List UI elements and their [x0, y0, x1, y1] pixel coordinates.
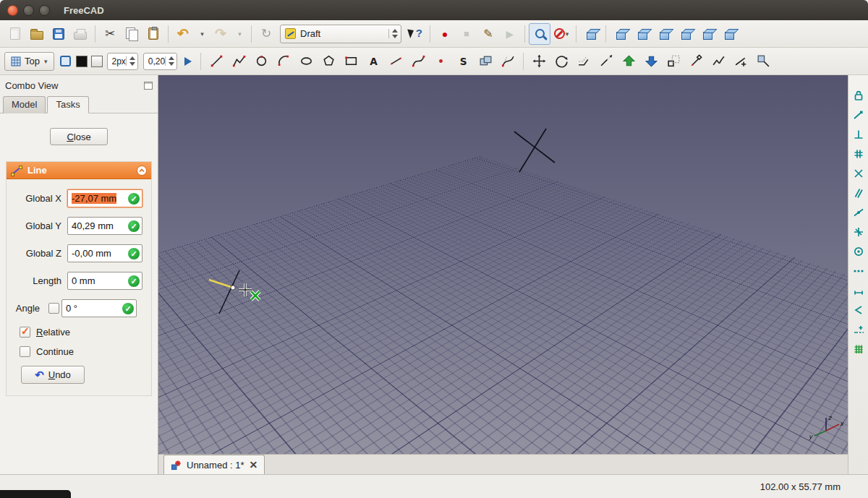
- draw-style-button[interactable]: ▾: [550, 23, 572, 45]
- spin-up-icon[interactable]: [169, 56, 174, 60]
- snap-grid-button[interactable]: [850, 145, 867, 162]
- snap-endpoint-button[interactable]: [850, 106, 867, 123]
- undo-segment-button[interactable]: ↶ Undo: [21, 366, 85, 384]
- print-button[interactable]: [69, 23, 91, 45]
- view-rear-button[interactable]: [675, 23, 697, 45]
- tab-model[interactable]: Model: [3, 96, 46, 113]
- close-document-icon[interactable]: ✕: [250, 459, 258, 471]
- view-top-button[interactable]: [631, 23, 653, 45]
- construction-mode-button[interactable]: [58, 51, 74, 72]
- global-x-input[interactable]: -27,07 mm ✓: [67, 189, 142, 207]
- document-tab[interactable]: Unnamed : 1* ✕: [163, 455, 265, 474]
- draft-rotate-button[interactable]: [550, 51, 572, 72]
- snap-near-button[interactable]: [850, 204, 867, 220]
- spin-down-icon[interactable]: [169, 62, 174, 66]
- refresh-button[interactable]: ↻: [255, 23, 277, 45]
- draft-line-button[interactable]: [205, 51, 227, 72]
- window-close-button[interactable]: [7, 5, 18, 16]
- draft-point-button[interactable]: [430, 51, 451, 72]
- workbench-selector[interactable]: Draft: [280, 25, 401, 43]
- redo-button[interactable]: ↷: [210, 23, 231, 45]
- snap-ortho-button[interactable]: [850, 223, 867, 240]
- draft-polygon-button[interactable]: [318, 51, 339, 72]
- new-document-button[interactable]: [4, 23, 26, 45]
- spin-up-icon[interactable]: [129, 56, 135, 60]
- snap-perpendicular-button[interactable]: [850, 126, 867, 142]
- snap-extension-button[interactable]: [850, 321, 867, 338]
- draft-circle-button[interactable]: [250, 51, 272, 72]
- draft-dimension-button[interactable]: [385, 51, 407, 72]
- snap-dimensions-button[interactable]: [850, 282, 867, 299]
- window-minimize-button[interactable]: [23, 5, 34, 16]
- whats-this-button[interactable]: ?: [404, 23, 426, 45]
- view-front-button[interactable]: [610, 23, 631, 45]
- copy-button[interactable]: [121, 23, 142, 45]
- continue-checkbox[interactable]: [20, 346, 30, 357]
- draft-shapestring-button[interactable]: S: [452, 51, 474, 72]
- paste-button[interactable]: [142, 23, 164, 45]
- text-scale-spinbox[interactable]: 0,20: [143, 53, 177, 70]
- redo-dropdown-button[interactable]: ▾: [231, 23, 247, 45]
- angle-input[interactable]: 0 ° ✓: [61, 299, 137, 317]
- fit-all-button[interactable]: [529, 23, 550, 45]
- draft-ellipse-button[interactable]: [295, 51, 317, 72]
- snap-intersection-button[interactable]: [850, 165, 867, 181]
- collapse-section-icon[interactable]: [136, 165, 148, 176]
- view-bottom-button[interactable]: [697, 23, 718, 45]
- length-input[interactable]: 0 mm ✓: [67, 272, 142, 290]
- toggle-snap-button[interactable]: [850, 87, 867, 103]
- draft-bezier-button[interactable]: [497, 51, 519, 72]
- draft-rectangle-button[interactable]: [340, 51, 362, 72]
- draft-facebinder-button[interactable]: [475, 51, 496, 72]
- draft-bspline-button[interactable]: [407, 51, 429, 72]
- draft-wire-button[interactable]: [228, 51, 250, 72]
- view-right-button[interactable]: [653, 23, 675, 45]
- working-plane-button[interactable]: Top ▾: [4, 52, 54, 71]
- toggle-grid-button[interactable]: [850, 340, 867, 357]
- float-panel-button[interactable]: [144, 82, 153, 90]
- face-color-swatch[interactable]: [91, 56, 103, 67]
- draft-move-button[interactable]: [528, 51, 550, 72]
- open-button[interactable]: [26, 23, 48, 45]
- draft-edit-button[interactable]: [685, 51, 707, 72]
- snap-center-button[interactable]: [850, 243, 867, 259]
- spin-down-icon[interactable]: [392, 35, 398, 38]
- snap-special-button[interactable]: [850, 262, 867, 279]
- draft-upgrade-button[interactable]: [618, 51, 639, 72]
- draft-add-point-button[interactable]: [730, 51, 752, 72]
- close-task-button[interactable]: Close: [50, 128, 108, 145]
- spin-up-icon[interactable]: [392, 29, 398, 33]
- view-axonometric-button[interactable]: [580, 23, 602, 45]
- draft-downgrade-button[interactable]: [640, 51, 662, 72]
- macro-edit-button[interactable]: ✎: [477, 23, 499, 45]
- window-maximize-button[interactable]: [39, 5, 50, 16]
- draft-arc-button[interactable]: [273, 51, 294, 72]
- view-left-button[interactable]: [718, 23, 740, 45]
- snap-angle-button[interactable]: [850, 301, 867, 318]
- draft-text-button[interactable]: A: [362, 51, 384, 72]
- macro-stop-button[interactable]: ■: [456, 23, 477, 45]
- line-color-swatch[interactable]: [76, 56, 88, 67]
- draft-scale-button[interactable]: [663, 51, 684, 72]
- apply-style-button[interactable]: [180, 51, 196, 72]
- cut-button[interactable]: ✂: [99, 23, 121, 45]
- snap-parallel-button[interactable]: [850, 184, 867, 201]
- tab-tasks[interactable]: Tasks: [47, 96, 88, 113]
- draft-shape2dview-button[interactable]: [752, 51, 774, 72]
- draft-trimex-button[interactable]: [595, 51, 617, 72]
- angle-lock-checkbox[interactable]: [48, 303, 59, 314]
- global-z-input[interactable]: -0,00 mm ✓: [67, 244, 142, 262]
- relative-checkbox[interactable]: [20, 327, 30, 338]
- undo-dropdown-button[interactable]: ▾: [194, 23, 210, 45]
- spin-down-icon[interactable]: [129, 62, 135, 66]
- macro-execute-button[interactable]: ▶: [499, 23, 521, 45]
- line-task-header[interactable]: Line: [7, 162, 151, 179]
- global-y-input[interactable]: 40,29 mm ✓: [67, 217, 142, 235]
- line-width-spinbox[interactable]: 2px: [107, 53, 138, 70]
- draft-wire-to-bspline-button[interactable]: [707, 51, 729, 72]
- draft-offset-button[interactable]: [573, 51, 595, 72]
- save-button[interactable]: [48, 23, 69, 45]
- 3d-viewport[interactable]: z x y: [158, 75, 848, 454]
- macro-record-button[interactable]: ●: [434, 23, 456, 45]
- undo-button[interactable]: ↶: [172, 23, 194, 45]
